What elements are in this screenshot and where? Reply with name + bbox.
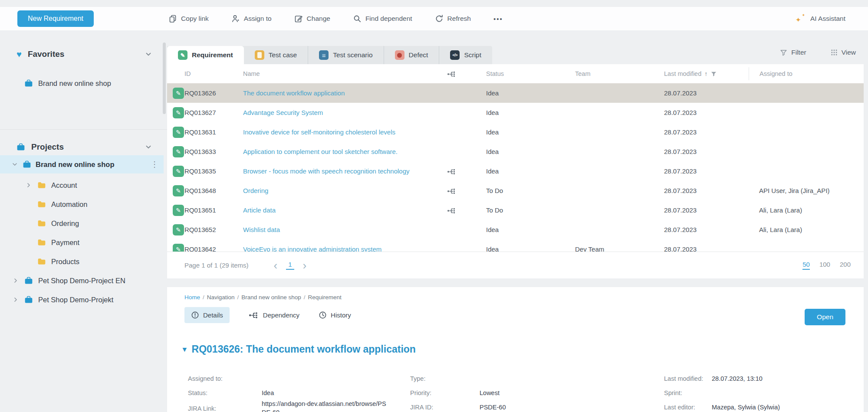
tree-item-pet-shop-demo-projekt[interactable]: Pet Shop Demo-Projekt bbox=[0, 290, 167, 309]
tree-item-brand-new-online-shop[interactable]: Brand new online shop ⋮ bbox=[0, 155, 164, 173]
copy-link-button[interactable]: Copy link bbox=[168, 14, 209, 23]
tab-dependency[interactable]: Dependency bbox=[249, 311, 299, 319]
chevron-down-icon[interactable] bbox=[145, 50, 152, 58]
details-field-column: Type: Priority: Lowest JIRA ID: PSDE-60 bbox=[410, 371, 592, 412]
change-label: Change bbox=[307, 15, 330, 23]
projects-section-header[interactable]: Projects bbox=[16, 142, 152, 152]
table-row[interactable]: RQ013648 Ordering To Do 28.07.2023 API U… bbox=[167, 181, 864, 200]
ai-sparkles-icon: ✦ ✦ bbox=[796, 13, 806, 24]
column-filter-icon[interactable] bbox=[710, 71, 717, 77]
requirement-link[interactable]: VoiceEvo is an innovative administration… bbox=[243, 245, 381, 252]
ai-assistant-button[interactable]: ✦ ✦ AI Assistant bbox=[796, 13, 845, 24]
requirement-link[interactable]: Ordering bbox=[243, 187, 268, 194]
breadcrumb-project[interactable]: Brand new online shop bbox=[241, 294, 301, 301]
requirement-link[interactable]: Browser - focus mode with speech recogni… bbox=[243, 167, 410, 175]
column-header-dependency[interactable] bbox=[447, 70, 486, 77]
chevron-right-icon[interactable] bbox=[12, 277, 19, 284]
table-row[interactable]: RQ013652 Wishlist data Idea 28.07.2023 A… bbox=[167, 220, 864, 239]
table-row[interactable]: RQ013635 Browser - focus mode with speec… bbox=[167, 161, 864, 181]
requirement-icon bbox=[173, 127, 184, 138]
chevron-down-icon[interactable] bbox=[11, 161, 18, 168]
breadcrumb-home[interactable]: Home bbox=[184, 294, 200, 301]
requirement-icon bbox=[173, 185, 184, 196]
change-button[interactable]: Change bbox=[294, 14, 330, 23]
tree-item-label: Ordering bbox=[51, 219, 79, 228]
table-row[interactable]: RQ013627 Advantage Security System Idea … bbox=[167, 103, 864, 122]
details-field-column: Last modified: 28.07.2023, 13:10 Sprint:… bbox=[664, 371, 855, 412]
page-size-50[interactable]: 50 bbox=[802, 261, 810, 270]
column-header-last-modified[interactable]: Last modified ↑ bbox=[664, 70, 749, 77]
new-requirement-button[interactable]: New Requirement bbox=[17, 10, 94, 27]
item-type-tabs: Requirement Test case Test scenario Defe… bbox=[167, 46, 492, 64]
favorite-item-brand-new-online-shop[interactable]: Brand new online shop bbox=[24, 79, 111, 88]
briefcase-icon bbox=[24, 276, 33, 285]
field-value-priority: Lowest bbox=[480, 389, 500, 396]
tree-item-payment[interactable]: Payment bbox=[0, 233, 167, 252]
details-panel: Home/Navigation/Brand new online shop/Re… bbox=[167, 287, 864, 412]
requirement-link[interactable]: Wishlist data bbox=[243, 226, 280, 233]
favorites-section-header[interactable]: ♥ Favorites bbox=[16, 49, 152, 59]
table-row[interactable]: RQ013642 VoiceEvo is an innovative admin… bbox=[167, 239, 864, 252]
filter-button[interactable]: Filter bbox=[780, 49, 806, 56]
tree-item-pet-shop-demo-project-en[interactable]: Pet Shop Demo-Project EN bbox=[0, 271, 167, 290]
kebab-menu-icon[interactable]: ⋮ bbox=[151, 160, 158, 169]
table-row[interactable]: RQ013633 Application to complement our t… bbox=[167, 142, 864, 161]
column-header-status[interactable]: Status bbox=[486, 70, 575, 77]
sort-ascending-icon[interactable]: ↑ bbox=[704, 70, 707, 77]
tree-item-products[interactable]: Products bbox=[0, 252, 167, 271]
cell-assigned-to: API User, Jira (Jira_API) bbox=[749, 187, 864, 194]
previous-page-button[interactable]: ‹ bbox=[274, 260, 278, 271]
column-header-assigned-to[interactable]: Assigned to bbox=[749, 67, 864, 80]
requirement-link[interactable]: The document workflow application bbox=[243, 89, 345, 97]
table-row[interactable]: RQ013626 The document workflow applicati… bbox=[167, 83, 864, 103]
view-button[interactable]: View bbox=[831, 49, 856, 56]
project-tree: Account Automation Ordering Payment Prod… bbox=[0, 176, 167, 309]
breadcrumb-navigation[interactable]: Navigation bbox=[207, 294, 235, 301]
page-number[interactable]: 1 bbox=[286, 261, 294, 270]
breadcrumb-requirement[interactable]: Requirement bbox=[308, 294, 341, 301]
sidebar-scrollbar[interactable] bbox=[163, 43, 166, 114]
table-row[interactable]: RQ013631 Inovative device for self-monit… bbox=[167, 122, 864, 142]
tab-label: Test case bbox=[269, 51, 297, 59]
tab-test-case[interactable]: Test case bbox=[244, 46, 308, 64]
tree-item-automation[interactable]: Automation bbox=[0, 195, 167, 214]
tree-item-label: Automation bbox=[51, 200, 87, 209]
field-value-status: Idea bbox=[262, 389, 274, 396]
table-row[interactable]: RQ013651 Article data To Do 28.07.2023 A… bbox=[167, 200, 864, 220]
tree-item-ordering[interactable]: Ordering bbox=[0, 214, 167, 233]
assign-to-button[interactable]: Assign to bbox=[231, 14, 272, 23]
column-header-id[interactable]: ID bbox=[184, 70, 243, 77]
page-size-100[interactable]: 100 bbox=[819, 261, 830, 270]
find-dependent-button[interactable]: Find dependent bbox=[353, 14, 412, 23]
cell-last-modified: 28.07.2023 bbox=[664, 245, 749, 252]
tab-details[interactable]: Details bbox=[184, 307, 230, 323]
next-page-button[interactable]: › bbox=[303, 260, 307, 271]
requirement-link[interactable]: Advantage Security System bbox=[243, 109, 323, 116]
cell-last-modified: 28.07.2023 bbox=[664, 187, 749, 194]
open-button[interactable]: Open bbox=[805, 309, 845, 325]
tree-item-account[interactable]: Account bbox=[0, 176, 167, 195]
more-actions-button[interactable]: ••• bbox=[493, 15, 503, 23]
tab-defect[interactable]: Defect bbox=[384, 46, 439, 64]
dependency-icon bbox=[447, 188, 457, 195]
tab-history[interactable]: History bbox=[319, 311, 351, 319]
requirement-link[interactable]: Inovative device for self-monitoring cho… bbox=[243, 128, 395, 136]
column-header-name[interactable]: Name bbox=[243, 70, 447, 77]
dependency-icon bbox=[249, 311, 259, 319]
requirement-link[interactable]: Article data bbox=[243, 206, 276, 214]
refresh-button[interactable]: Refresh bbox=[435, 14, 471, 23]
tab-requirement[interactable]: Requirement bbox=[167, 46, 244, 64]
chevron-right-icon[interactable] bbox=[12, 296, 19, 303]
page-size-200[interactable]: 200 bbox=[840, 261, 851, 270]
tab-test-scenario[interactable]: Test scenario bbox=[308, 46, 383, 64]
pagination-bar: Page 1 of 1 (29 items) ‹ 1 › 50 100 200 bbox=[167, 252, 864, 278]
tab-label: Test scenario bbox=[333, 51, 372, 59]
chevron-right-icon[interactable] bbox=[25, 182, 32, 189]
cell-status: Idea bbox=[486, 89, 575, 97]
requirement-link[interactable]: Application to complement our tool sketc… bbox=[243, 148, 398, 155]
briefcase-icon bbox=[16, 143, 25, 151]
collapse-caret-icon[interactable]: ▾ bbox=[183, 345, 187, 354]
tab-script[interactable]: Script bbox=[439, 46, 492, 64]
chevron-down-icon[interactable] bbox=[145, 143, 152, 151]
column-header-team[interactable]: Team bbox=[575, 70, 664, 77]
